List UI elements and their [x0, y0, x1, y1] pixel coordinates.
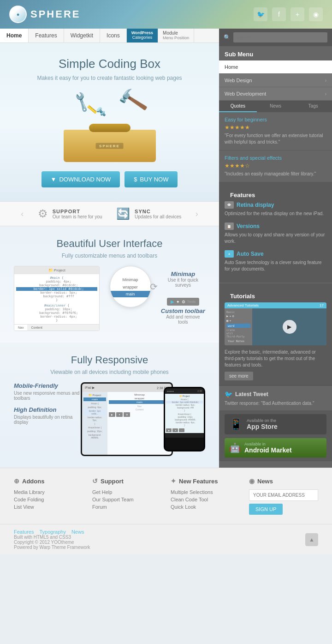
new-features-icon: ✦: [171, 477, 176, 485]
footer-link-features[interactable]: Features: [14, 529, 34, 535]
new-features-title: New Features: [179, 478, 218, 485]
quote-1-stars: ★★★★★: [225, 124, 326, 131]
footer-link-media-library[interactable]: Media Library: [14, 489, 83, 495]
footer-bottom: Features Typography News Built with HTML…: [0, 524, 332, 554]
hero-buttons: ▼ DOWNLOAD NOW $ BUY NOW: [9, 171, 210, 187]
responsive-section: Fully Responsive Viewable on all devices…: [0, 343, 219, 468]
tweet-header: 🐦 Latest Tweet: [225, 391, 326, 398]
scroll-top-button[interactable]: ▲: [305, 533, 318, 546]
download-button[interactable]: ▼ DOWNLOAD NOW: [42, 171, 120, 187]
sidebar-search: 🔍: [219, 29, 332, 46]
quote-2: Filters and special effects ★★★★☆ "Inclu…: [219, 150, 332, 182]
support-icon: ⚙: [38, 207, 48, 220]
nav-home[interactable]: Home: [0, 29, 29, 42]
strip-prev-arrow[interactable]: ‹: [21, 209, 24, 219]
footer-link-quick-look[interactable]: Quick Look: [171, 504, 240, 510]
nav-wordpress[interactable]: WordPress Categories: [127, 29, 158, 42]
features-strip: ‹ ⚙ SUPPORT Our team is here for you 🔄 S…: [0, 201, 219, 226]
versions-title: Versions: [237, 223, 260, 229]
hero-title: Simple Coding Box: [9, 57, 210, 71]
apple-icon: 📱: [229, 418, 243, 431]
tweet-section: 🐦 Latest Tweet Twitter response: "Bad Au…: [219, 385, 332, 410]
footer-link-typography[interactable]: Typography: [39, 529, 65, 535]
footer-link-clean-code[interactable]: Clean Code Tool: [171, 497, 240, 502]
app-store-name: App Store: [247, 423, 278, 430]
plus-icon[interactable]: +: [290, 7, 304, 21]
support-strip-item: ⚙ SUPPORT Our team is here for you: [38, 207, 102, 220]
devices-illustration: ↷ iPad ▶ 2:38 PM 📁 Project main #main {: [81, 382, 205, 456]
editor-tab-nav[interactable]: Nav: [14, 325, 27, 331]
search-input[interactable]: [233, 32, 327, 42]
tweet-text: Twitter response: "Bad Authentication da…: [225, 401, 326, 406]
sub-menu-home[interactable]: Home: [219, 60, 332, 74]
android-market-button[interactable]: 🤖 Available in Android Market: [225, 438, 326, 457]
quote-1-text: "For every function we offer an extensiv…: [225, 132, 326, 145]
sync-icon: 🔄: [116, 207, 130, 220]
tab-news[interactable]: News: [257, 101, 295, 112]
tutorial-count: 17: [320, 303, 324, 307]
sub-menu-web-dev[interactable]: Web Development ›: [219, 87, 332, 101]
footer-link-forum[interactable]: Forum: [92, 504, 161, 510]
tablet-statusbar: iPad ▶ 2:38 PM: [82, 384, 172, 392]
app-store-button[interactable]: 📱 Available on the App Store: [225, 414, 326, 434]
nav-widgetkit[interactable]: Widgetkit: [64, 29, 100, 42]
tablet-main-area: Minimap wrapper main Nav Content ▶ ✦ ⚙: [107, 392, 172, 455]
tweet-title: Latest Tweet: [235, 391, 268, 397]
footer-link-support-team[interactable]: Our Support Team: [92, 497, 161, 502]
tablet-sidebar: 📁 Project main #main { padding: 4px; bor…: [82, 392, 107, 455]
buy-button[interactable]: $ BUY NOW: [125, 171, 178, 187]
footer-support: ↺ Support Get Help Our Support Team Foru…: [92, 477, 161, 515]
phone-device: ●●●●● 2:38 📁 Project #main { border: 1px…: [164, 387, 205, 451]
android-icon: 🤖: [229, 442, 241, 453]
android-market-name: Android Market: [244, 446, 292, 454]
tutorial-play-area[interactable]: ▶: [252, 308, 326, 345]
sync-strip-item: 🔄 SYNC Updates for all devices: [116, 207, 181, 220]
nav-module[interactable]: Module Menu Position: [158, 29, 194, 42]
nav-icons[interactable]: Icons: [100, 29, 127, 42]
strip-next-arrow[interactable]: ›: [196, 209, 198, 219]
sub-menu-title: Sub Menu: [219, 46, 332, 60]
android-available: Available in: [244, 442, 292, 446]
signup-button[interactable]: SIGN UP: [249, 504, 283, 515]
sub-menu-web-design[interactable]: Web Design ›: [219, 74, 332, 87]
facebook-icon[interactable]: f: [272, 7, 286, 21]
nav-bar: Home Features Widgetkit Icons WordPress …: [0, 29, 219, 43]
versions-desc: Allows you to copy and share any version…: [225, 232, 326, 245]
rss-icon[interactable]: ◉: [309, 7, 323, 21]
quote-1-link[interactable]: Easy for beginners: [225, 117, 326, 122]
ui-title: Beautiful User Interface: [9, 238, 210, 250]
sidebar-tabs: Quotes News Tags: [219, 101, 332, 112]
toolbox-handle: [89, 124, 130, 132]
see-more-button[interactable]: see more: [225, 372, 253, 380]
footer-link-list-view[interactable]: List View: [14, 504, 83, 510]
tutorials-title: Tutorials: [225, 288, 326, 302]
responsive-subtitle: Viewable on all devices including mobile…: [9, 369, 210, 375]
footer-link-code-folding[interactable]: Code Folding: [14, 497, 83, 502]
search-icon: 🔍: [224, 34, 231, 41]
minimap-arrow: ⟳: [150, 281, 158, 292]
support-icon-footer: ↺: [92, 477, 98, 485]
editor-tabs: Nav Content: [14, 324, 99, 331]
phone-home-button-area: [165, 433, 204, 438]
retina-icon: 👁: [225, 201, 234, 209]
twitter-icon[interactable]: 🐦: [254, 7, 267, 21]
footer-link-news[interactable]: News: [71, 529, 84, 535]
play-button[interactable]: ▶: [283, 320, 296, 334]
tutorial-mini-sidebar: Basic ▶ ✦ ⚙ ▦ + word crate util: [225, 308, 252, 345]
email-input[interactable]: [249, 489, 318, 501]
editor-tab-content[interactable]: Content: [27, 325, 46, 331]
main-wrapper: Home Features Widgetkit Icons WordPress …: [0, 29, 332, 468]
tab-tags[interactable]: Tags: [294, 101, 332, 112]
versions-feature: 📋 Versions Allows you to copy and share …: [225, 223, 326, 245]
tab-quotes[interactable]: Quotes: [219, 101, 257, 112]
footer-link-get-help[interactable]: Get Help: [92, 489, 161, 495]
footer-link-multiple-selections[interactable]: Multiple Selections: [171, 489, 240, 495]
ui-section: Beautiful User Interface Fully customiza…: [0, 226, 219, 343]
responsive-title: Fully Responsive: [9, 354, 210, 366]
autosave-desc: Auto Save technology is a clever saving …: [225, 259, 326, 272]
tutorial-video-inner: Basic ▶ ✦ ⚙ ▦ + word crate util: [225, 308, 326, 345]
toolbox-illustration: 🔨 🔧 📏 🔩 SPHERE: [59, 88, 160, 162]
quote-2-link[interactable]: Filters and special effects: [225, 155, 326, 161]
support-title: Support: [101, 478, 124, 485]
nav-features[interactable]: Features: [29, 29, 64, 42]
